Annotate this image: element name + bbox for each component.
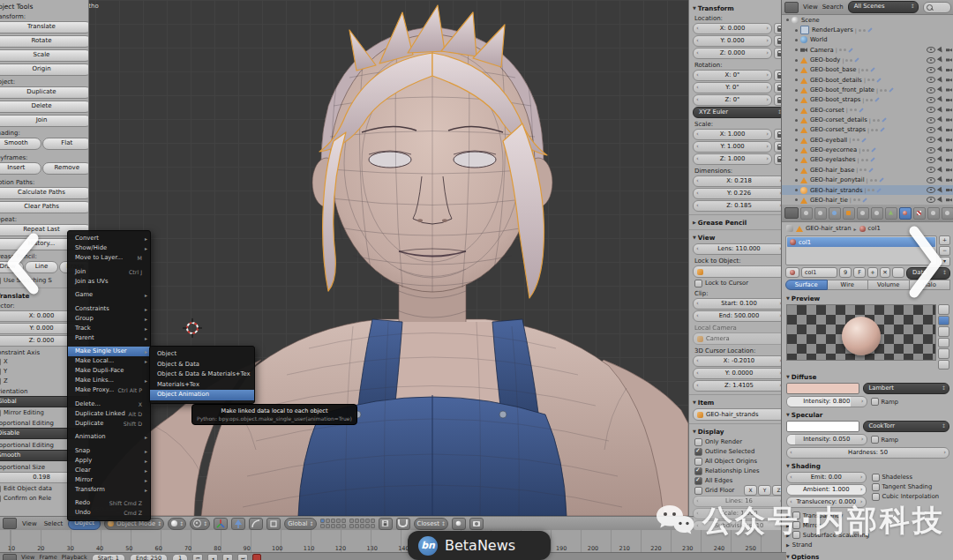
outliner-view-menu[interactable]: View (803, 4, 818, 11)
visibility-eye-icon[interactable] (927, 117, 935, 123)
end-frame-field[interactable]: End: 250 (130, 554, 168, 560)
menu-item[interactable]: Constraints ▸ (68, 304, 150, 314)
outliner-row[interactable]: GEO-boot_straps | (782, 95, 953, 105)
selectability-cursor-icon[interactable] (937, 47, 944, 54)
outliner-item-label[interactable]: Camera (810, 47, 834, 54)
display-section[interactable]: ▼Display (693, 428, 785, 436)
expander-dot[interactable] (795, 99, 798, 101)
menu-item[interactable]: Make Dupli-Face ▸ (68, 366, 150, 376)
menu-item[interactable]: Make Proxy... Ctrl Alt P ▸ (68, 385, 150, 395)
diffuse-intensity-slider[interactable]: Intensity: 0.800 (786, 396, 867, 407)
outliner-editor-icon[interactable] (784, 2, 799, 13)
outliner-row[interactable]: GEO-corset_details | (782, 115, 953, 124)
material-type-tab[interactable]: Wire (828, 280, 869, 290)
lock-to-cursor-checkbox[interactable]: Lock to Cursor (694, 279, 785, 287)
renderability-camera-icon[interactable] (946, 178, 952, 183)
selectability-cursor-icon[interactable] (937, 126, 944, 133)
properties-n-panel[interactable]: ▼Transform Location: X: 0.000Y: 0.000Z: … (688, 0, 792, 530)
visibility-eye-icon[interactable] (927, 47, 935, 53)
tab-material-icon[interactable] (899, 207, 912, 220)
preview-cube-button[interactable] (938, 326, 949, 337)
renderability-camera-icon[interactable] (946, 148, 952, 153)
visibility-eye-icon[interactable] (927, 157, 935, 163)
expander-dot[interactable] (795, 59, 798, 62)
submenu-item[interactable]: Object Animation (150, 390, 254, 400)
outline-selected-checkbox[interactable]: Outline Selected (694, 447, 785, 456)
outliner-row[interactable]: GEO-corset_straps | (782, 125, 953, 135)
rotation-field[interactable]: Z: 0° (693, 94, 772, 106)
clip-start-field[interactable]: Start: 0.100 (693, 298, 785, 310)
renderability-camera-icon[interactable] (946, 188, 952, 192)
layers-grid-1[interactable] (320, 519, 346, 528)
location-field[interactable]: Z: 0.000 (693, 48, 772, 59)
start-frame-field[interactable]: Start: 1 (92, 554, 125, 560)
scale-field[interactable]: X: 1.000 (693, 129, 772, 140)
outliner-item-label[interactable]: GEO-hair_ponytail (810, 176, 865, 183)
outliner-item-label[interactable]: GEO-hair_strands (810, 187, 862, 194)
visibility-eye-icon[interactable] (927, 127, 935, 133)
preview-flat-button[interactable] (938, 304, 949, 315)
outliner-row[interactable]: World | (782, 35, 953, 45)
checkbox-icon[interactable] (0, 409, 1, 417)
fake-user-button[interactable]: F (853, 267, 866, 278)
item-section[interactable]: ▼Item (693, 399, 785, 407)
expander-dot[interactable] (795, 89, 798, 92)
tool-button[interactable]: Rotate (0, 35, 89, 48)
manipulator-scale-button[interactable] (266, 518, 281, 530)
outliner-row[interactable]: RenderLayers | (782, 25, 953, 34)
selectability-cursor-icon[interactable] (937, 116, 944, 123)
outliner-row[interactable]: Camera | (782, 45, 953, 55)
selectability-cursor-icon[interactable] (937, 137, 944, 144)
submenu-item[interactable]: Object & Data & Materials+Tex (150, 370, 254, 380)
selectability-cursor-icon[interactable] (937, 77, 944, 84)
renderability-camera-icon[interactable] (946, 168, 952, 172)
selectability-cursor-icon[interactable] (937, 186, 944, 193)
grease-pencil-section[interactable]: ▶Grease Pencil (693, 219, 785, 227)
render-opengl-anim-button[interactable] (469, 518, 484, 530)
outliner-row[interactable]: GEO-boot_details | (782, 75, 953, 85)
menu-item[interactable]: Make Local... ▸ (68, 356, 150, 366)
menu-item[interactable]: Delete... X ▸ (68, 399, 150, 409)
visibility-eye-icon[interactable] (927, 57, 935, 63)
submenu-item[interactable]: Object (150, 349, 254, 360)
lens-field[interactable]: Lens: 110.000 (693, 243, 785, 255)
renderability-camera-icon[interactable] (946, 48, 952, 52)
tab-render-icon[interactable] (800, 207, 813, 220)
visibility-eye-icon[interactable] (927, 197, 935, 203)
renderability-camera-icon[interactable] (946, 198, 952, 202)
hardness-slider[interactable]: Hardness: 50 (786, 447, 949, 459)
specular-section[interactable]: ▼Specular (786, 411, 949, 419)
selectability-cursor-icon[interactable] (937, 66, 944, 73)
checkbox-icon[interactable] (0, 377, 1, 385)
manipulator-axis-button[interactable] (214, 518, 228, 530)
menu-item[interactable]: Undo Cmd Z ▸ (68, 508, 150, 518)
menu-item[interactable]: Transform ▸ (68, 485, 150, 495)
renderability-camera-icon[interactable] (946, 68, 952, 72)
expander-dot[interactable] (795, 108, 798, 111)
visibility-eye-icon[interactable] (927, 87, 935, 93)
outliner-item-label[interactable]: RenderLayers (812, 26, 853, 34)
checkbox-icon[interactable] (0, 485, 1, 493)
preview-hair-button[interactable] (938, 348, 949, 359)
nodes-button[interactable] (892, 267, 904, 278)
outliner-item-label[interactable]: GEO-boot_front_plate (810, 86, 874, 93)
expander-dot[interactable] (795, 78, 798, 81)
dimension-field[interactable]: Y: 0.226 (693, 188, 785, 199)
jump-end-button[interactable]: ⏭ (237, 554, 248, 560)
shadeless-checkbox[interactable]: Shadeless (872, 473, 950, 482)
render-opengl-button[interactable] (452, 518, 466, 530)
outliner-row[interactable]: GEO-eyecornea | (782, 145, 953, 154)
renderability-camera-icon[interactable] (946, 98, 952, 102)
selectability-cursor-icon[interactable] (937, 107, 944, 114)
tool-button[interactable]: Clear Paths (0, 201, 89, 213)
expander-dot[interactable] (795, 138, 798, 141)
outliner-row[interactable]: GEO-hair_tie | (782, 195, 953, 205)
outliner-row[interactable]: Scene | (782, 15, 953, 25)
expander-dot[interactable] (795, 29, 798, 32)
expander-dot[interactable] (795, 119, 798, 122)
properties-editor-icon[interactable] (784, 207, 799, 219)
renderability-camera-icon[interactable] (946, 158, 952, 162)
character-model[interactable] (88, 0, 688, 516)
cursor-field[interactable]: Z: 1.4105 (693, 380, 785, 392)
outliner-item-label[interactable]: GEO-boot_base (810, 66, 856, 73)
